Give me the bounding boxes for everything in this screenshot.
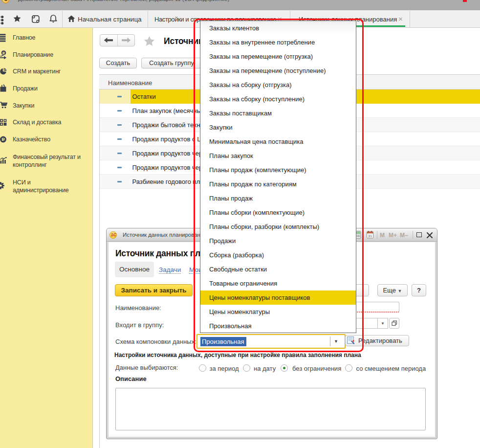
svg-text:31: 31 <box>368 234 372 238</box>
